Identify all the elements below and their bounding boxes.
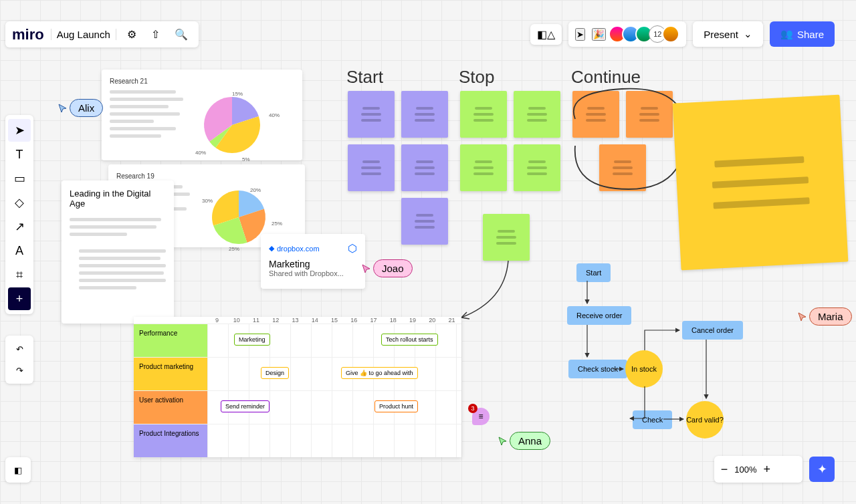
reactions-button[interactable]: 🎉 (592, 28, 606, 41)
shape-icon: ◇ (15, 195, 24, 210)
sticky-note[interactable] (599, 144, 646, 191)
export-button[interactable]: ⇧ (147, 25, 164, 43)
arrow-connector (455, 261, 522, 328)
zoom-out-button[interactable]: − (721, 463, 728, 477)
plus-icon: + (16, 292, 23, 306)
add-more-tool[interactable]: + (8, 287, 31, 310)
sticky-note[interactable] (460, 91, 507, 138)
card-document[interactable]: Leading in the Digital Age (62, 180, 174, 324)
flow-node[interactable]: Receive order (567, 306, 631, 325)
chevron-down-icon: ⌄ (744, 28, 752, 40)
sticky-note[interactable] (401, 144, 448, 191)
card-body-lines (110, 90, 183, 164)
pointer-mode-button[interactable]: ➤ (575, 28, 585, 41)
zoom-controls: − 100% + ? ✦ (714, 456, 835, 483)
redo-button[interactable]: ↷ (8, 360, 31, 381)
timeline-dates: 9101112131415161718192021 (134, 317, 461, 324)
dropbox-subtitle: Shared with Dropbox... (269, 269, 357, 277)
settings-button[interactable]: ⚙ (123, 25, 140, 43)
sticky-note[interactable] (460, 144, 507, 191)
dropbox-site: ◆ dropbox.com ⬡ (269, 242, 357, 255)
select-tool[interactable]: ➤ (8, 119, 31, 142)
undo-icon: ↶ (16, 344, 23, 354)
card-research-21[interactable]: Research 21 15% 40% 5% 40% (102, 70, 302, 160)
apps-button[interactable]: ◧△ (530, 24, 562, 45)
question-icon: ? (783, 463, 790, 476)
collaborator-cursor-maria: Maria (797, 307, 852, 326)
svg-text:5%: 5% (242, 156, 250, 162)
svg-text:40%: 40% (269, 112, 280, 118)
frame-icon: ⌗ (16, 268, 23, 282)
column-header-stop: Stop (459, 67, 495, 88)
people-icon: 👥 (780, 28, 793, 40)
flow-node-decision[interactable]: In stock (625, 350, 663, 388)
sticky-tool[interactable]: ▭ (8, 167, 31, 190)
comment-icon: ≡ (478, 412, 483, 421)
shape-tool[interactable]: ◇ (8, 191, 31, 214)
dropbox-logo-icon: ⬡ (348, 242, 357, 255)
gear-icon: ⚙ (127, 29, 136, 40)
sticky-note[interactable] (348, 144, 395, 191)
flow-node[interactable]: Check (633, 410, 672, 429)
search-button[interactable]: 🔍 (171, 25, 192, 43)
sticky-note[interactable] (348, 91, 395, 138)
timeline-task[interactable]: Give 👍 to go ahead with (341, 367, 418, 379)
card-dropbox[interactable]: ◆ dropbox.com ⬡ Marketing Shared with Dr… (261, 234, 365, 289)
sticky-note[interactable] (401, 198, 448, 245)
flow-node[interactable]: Cancel order (682, 321, 743, 340)
document-title: Leading in the Digital Age (70, 188, 166, 209)
present-button[interactable]: Present ⌄ (693, 21, 763, 47)
timeline-task[interactable]: Send reminder (221, 400, 270, 412)
card-title: Research 19 (116, 172, 297, 180)
ai-assist-button[interactable]: ✦ (809, 457, 835, 482)
sticky-note[interactable] (514, 91, 560, 138)
svg-text:15%: 15% (232, 91, 243, 97)
timeline-task[interactable]: Tech rollout starts (381, 334, 438, 346)
top-right-controls: ◧△ ➤ 🎉 12 Present ⌄ 👥 Share (530, 21, 835, 47)
text-tool[interactable]: T (8, 143, 31, 166)
svg-text:25%: 25% (229, 246, 239, 252)
panel-icon: ◧ (14, 465, 22, 475)
comment-count: 3 (468, 404, 477, 413)
line-tool[interactable]: ↗ (8, 215, 31, 238)
timeline-task[interactable]: Design (261, 367, 289, 379)
column-header-continue: Continue (571, 67, 641, 88)
pie-chart-research-21: 15% 40% 5% 40% (195, 90, 282, 164)
flow-node[interactable]: Check stock (568, 360, 627, 378)
sticky-note[interactable] (401, 91, 448, 138)
frame-tool[interactable]: ⌗ (8, 263, 31, 286)
sticky-note-large[interactable] (673, 95, 849, 271)
card-body-lines (70, 218, 166, 289)
sparkle-icon: ✦ (817, 463, 827, 476)
undo-button[interactable]: ↶ (8, 338, 31, 360)
confetti-icon: 🎉 (593, 29, 605, 39)
board-title[interactable]: Aug Launch (51, 29, 116, 40)
sticky-note[interactable] (483, 214, 530, 261)
canvas[interactable]: Research 21 15% 40% 5% 40% Research 19 (0, 0, 856, 504)
timeline-task[interactable]: Marketing (234, 334, 270, 346)
top-bar: miro Aug Launch ⚙ ⇧ 🔍 (5, 21, 199, 47)
timeline-row: Product marketing Design Give 👍 to go ah… (134, 357, 461, 390)
panel-toggle-button[interactable]: ◧ (5, 457, 31, 483)
sticky-icon: ▭ (14, 171, 25, 186)
flow-node-start[interactable]: Start (576, 263, 611, 282)
text-icon: T (16, 148, 23, 162)
timeline[interactable]: 9101112131415161718192021 Performance Ma… (134, 317, 461, 457)
zoom-level[interactable]: 100% (734, 465, 756, 475)
collaborator-avatars[interactable]: 12 (613, 25, 679, 43)
collaborator-cursor-anna: Anna (498, 432, 550, 450)
pen-tool[interactable]: A (8, 239, 31, 262)
sticky-note[interactable] (626, 91, 673, 138)
sticky-note[interactable] (572, 91, 619, 138)
help-button[interactable]: ? (777, 460, 796, 479)
zoom-in-button[interactable]: + (763, 463, 770, 477)
sticky-note[interactable] (514, 144, 560, 191)
comment-bubble[interactable]: ≡ 3 (472, 408, 490, 425)
share-button[interactable]: 👥 Share (770, 21, 835, 47)
svg-text:40%: 40% (195, 150, 206, 156)
avatar[interactable] (662, 25, 679, 43)
flow-node-decision[interactable]: Card valid? (686, 401, 724, 438)
timeline-task[interactable]: Product hunt (374, 400, 418, 412)
timeline-row: Performance Marketing Tech rollout start… (134, 324, 461, 357)
app-logo[interactable]: miro (12, 26, 44, 43)
